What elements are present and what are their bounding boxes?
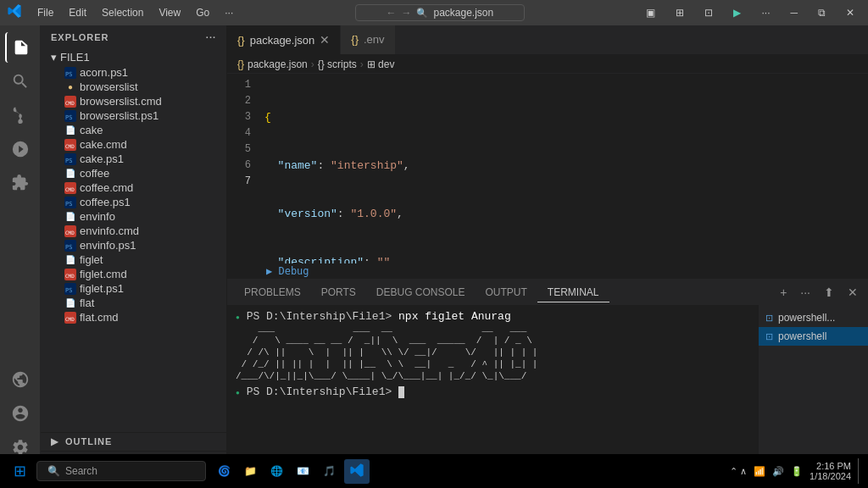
breadcrumb-dev[interactable]: ⊞ dev <box>367 58 395 70</box>
taskbar-icon-2[interactable]: 📁 <box>239 462 262 480</box>
code-editor: 1 2 3 4 5 6 7 { "name": "intership", "ve… <box>227 74 868 263</box>
taskbar-right: ⌃ ∧ 📶 🔊 🔋 2:16 PM 1/18/2024 <box>730 458 861 484</box>
menu-view[interactable]: View <box>152 5 187 20</box>
taskbar-wifi[interactable]: 📶 <box>754 466 765 477</box>
file-envinfo-cmd[interactable]: CMD envinfo.cmd <box>41 224 226 238</box>
file-browserslist-cmd[interactable]: CMD browserslist.cmd <box>41 94 226 108</box>
terminal-line-1: ● PS D:\Intership\File1> npx figlet Anur… <box>236 310 749 323</box>
panel-more-btn[interactable]: ··· <box>797 284 814 301</box>
panel-maximize-btn[interactable]: ⬆ <box>821 284 837 301</box>
explorer-icon[interactable] <box>5 32 36 63</box>
command-text: npx figlet Anurag <box>398 310 511 323</box>
taskbar-volume[interactable]: 🔊 <box>772 466 784 477</box>
folder-file1[interactable]: ▾ FILE1 <box>41 49 226 65</box>
cmd-icon-3: CMD <box>64 182 76 194</box>
menu-more[interactable]: ··· <box>218 5 240 20</box>
taskbar-clock[interactable]: 2:16 PM 1/18/2024 <box>810 461 851 481</box>
taskbar-vscode[interactable] <box>344 459 370 484</box>
taskbar-icon-4[interactable]: 📧 <box>292 462 314 480</box>
file-cake-cmd[interactable]: CMD cake.cmd <box>41 137 226 152</box>
tab-debug-console[interactable]: DEBUG CONSOLE <box>366 283 476 302</box>
svg-text:CMD: CMD <box>65 273 75 279</box>
layout-btn-1[interactable]: ▣ <box>639 3 662 22</box>
folder-name: FILE1 <box>60 51 90 64</box>
file-coffee-cmd[interactable]: CMD coffee.cmd <box>41 180 226 195</box>
terminal-session-2[interactable]: ⊡ powershell <box>759 327 868 346</box>
tab-env[interactable]: {} .env <box>341 25 395 54</box>
start-btn[interactable]: ⊞ <box>7 458 33 484</box>
file-figlet[interactable]: 📄 figlet <box>41 252 226 267</box>
terminal-sidebar: ⊡ powershell... ⊡ powershell <box>758 305 868 469</box>
run-btn[interactable]: ▶ <box>726 3 748 22</box>
terminal-content[interactable]: ● PS D:\Intership\File1> npx figlet Anur… <box>227 305 758 469</box>
account-icon[interactable] <box>5 398 36 429</box>
file-browserslist[interactable]: ● browserslist <box>41 80 226 94</box>
windows-taskbar: ⊞ 🔍 Search 🌀 📁 🌐 📧 🎵 ⌃ ∧ 📶 🔊 🔋 2:16 PM 1… <box>0 454 868 488</box>
ps1-icon-2: PS <box>64 110 76 122</box>
panel-close-btn[interactable]: ✕ <box>844 284 861 301</box>
svg-text:CMD: CMD <box>65 186 75 192</box>
breadcrumb-sep-1: › <box>311 58 314 70</box>
dot-icon: ● <box>64 81 76 93</box>
tab-problems[interactable]: PROBLEMS <box>234 283 311 302</box>
minimize-btn[interactable]: ─ <box>783 3 804 22</box>
cursor <box>398 386 404 398</box>
prompt-text: PS D:\Intership\File1> <box>247 310 398 323</box>
taskbar-icon-5[interactable]: 🎵 <box>318 462 341 480</box>
file-coffee-ps1[interactable]: PS coffee.ps1 <box>41 195 226 209</box>
nav-forward-btn[interactable]: → <box>401 7 411 19</box>
svg-text:CMD: CMD <box>65 100 75 106</box>
nav-back-btn[interactable]: ← <box>386 7 396 19</box>
taskbar-search[interactable]: 🔍 Search <box>36 461 206 481</box>
run-debug-icon[interactable] <box>5 134 36 164</box>
menu-edit[interactable]: Edit <box>62 5 93 20</box>
add-terminal-btn[interactable]: + <box>776 284 790 301</box>
file-cake[interactable]: 📄 cake <box>41 123 226 137</box>
file-envinfo-ps1[interactable]: PS envinfo.ps1 <box>41 238 226 252</box>
layout-btn-2[interactable]: ⊞ <box>669 3 691 22</box>
file-flat[interactable]: 📄 flat <box>41 296 226 310</box>
menu-bar: File Edit Selection View Go ··· <box>31 5 240 20</box>
titlebar-right: ▣ ⊞ ⊡ ▶ ··· ─ ⧉ ✕ <box>639 3 861 22</box>
sidebar-outline[interactable]: ▶ OUTLINE <box>41 432 226 451</box>
file-browserslist-ps1[interactable]: PS browserslist.ps1 <box>41 108 226 123</box>
terminal-session-1[interactable]: ⊡ powershell... <box>759 308 868 327</box>
tab-ports[interactable]: PORTS <box>311 283 366 302</box>
taskbar-battery[interactable]: 🔋 <box>791 466 803 477</box>
more-actions-btn[interactable]: ··· <box>754 3 776 22</box>
tab-package-json[interactable]: {} package.json ✕ <box>227 25 341 54</box>
extensions-icon[interactable] <box>5 168 36 198</box>
tab-close-btn[interactable]: ✕ <box>320 33 330 47</box>
search-icon[interactable] <box>5 66 36 97</box>
menu-go[interactable]: Go <box>189 5 216 20</box>
file-envinfo[interactable]: 📄 envinfo <box>41 209 226 224</box>
show-desktop-btn[interactable] <box>858 458 861 484</box>
taskbar-icon-1[interactable]: 🌀 <box>213 462 236 480</box>
menu-file[interactable]: File <box>31 5 60 20</box>
taskbar-icon-3[interactable]: 🌐 <box>265 462 288 480</box>
menu-selection[interactable]: Selection <box>95 5 150 20</box>
debug-link[interactable]: ▶ Debug <box>266 265 309 277</box>
restore-btn[interactable]: ⧉ <box>811 3 832 22</box>
file-cake-ps1[interactable]: PS cake.ps1 <box>41 152 226 166</box>
close-btn[interactable]: ✕ <box>839 3 861 22</box>
file-flat-cmd[interactable]: CMD flat.cmd <box>41 310 226 324</box>
terminal-session-label-1: powershell... <box>778 312 835 324</box>
tab-output[interactable]: OUTPUT <box>476 283 537 302</box>
breadcrumb-scripts[interactable]: {} scripts <box>318 58 357 70</box>
source-control-icon[interactable] <box>5 100 36 130</box>
tab-bar: {} package.json ✕ {} .env <box>227 25 868 55</box>
file-figlet-cmd[interactable]: CMD figlet.cmd <box>41 267 226 281</box>
file-coffee[interactable]: 📄 coffee <box>41 166 226 180</box>
terminal-line-3: ● PS D:\Intership\File1> <box>236 385 749 398</box>
sidebar-more-btn[interactable]: ··· <box>206 32 216 42</box>
file-figlet-ps1[interactable]: PS figlet.ps1 <box>41 281 226 296</box>
layout-btn-3[interactable]: ⊡ <box>698 3 720 22</box>
debug-bar: ▶ Debug <box>227 263 868 279</box>
svg-text:PS: PS <box>65 201 72 208</box>
remote-icon[interactable] <box>5 364 36 395</box>
tab-terminal[interactable]: TERMINAL <box>537 283 609 302</box>
breadcrumb-file[interactable]: package.json <box>248 58 308 70</box>
prompt-dot: ● <box>236 313 240 321</box>
file-acorn-ps1[interactable]: PS acorn.ps1 <box>41 65 226 80</box>
